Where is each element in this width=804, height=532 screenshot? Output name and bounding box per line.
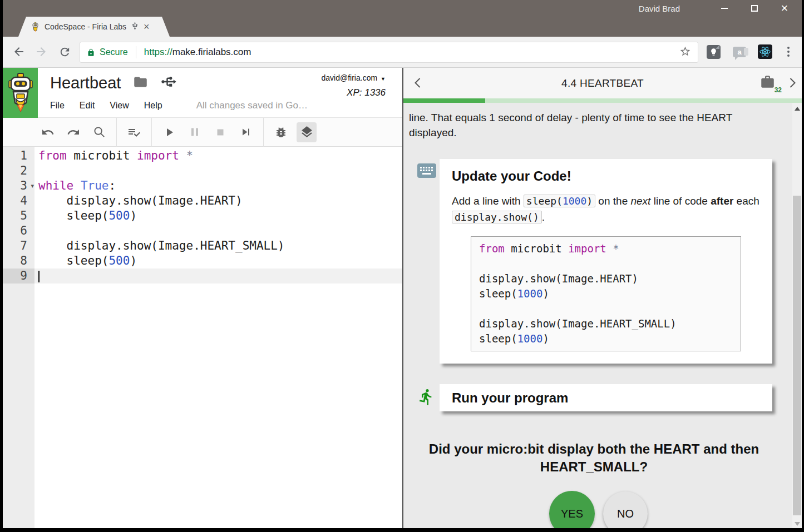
account-menu[interactable]: david@firia.com▼ xyxy=(322,73,386,82)
step-button[interactable] xyxy=(239,126,253,139)
usb-connect-icon[interactable] xyxy=(160,73,177,92)
maximize-icon xyxy=(751,5,758,12)
next-lesson-button[interactable] xyxy=(785,76,800,90)
code-text[interactable] xyxy=(34,269,402,284)
code-text[interactable]: from microbit import * xyxy=(34,148,402,163)
minimize-button[interactable] xyxy=(712,0,737,17)
app-header: Heartbeat File Edit View Help All ch xyxy=(3,68,402,118)
code-text[interactable]: sleep(500) xyxy=(34,208,402,223)
play-button[interactable] xyxy=(162,126,176,139)
three-dots-icon xyxy=(787,47,790,57)
xp-counter: XP: 1336 xyxy=(322,87,386,98)
lesson-code-snippet: from microbit import * display.show(Imag… xyxy=(471,236,741,351)
editor-line[interactable]: 6 xyxy=(3,223,402,238)
pause-button[interactable] xyxy=(188,126,201,139)
tab-close-icon[interactable]: × xyxy=(144,22,150,31)
lesson-progress-bar xyxy=(403,98,802,103)
layers-button[interactable] xyxy=(297,122,317,142)
refresh-button[interactable] xyxy=(56,43,73,60)
react-devtools-button[interactable] xyxy=(757,44,773,59)
editor-line[interactable]: 9 xyxy=(3,269,402,284)
editor-line[interactable]: 5 sleep(500) xyxy=(3,208,402,223)
tab-title: CodeSpace - Firia Labs xyxy=(45,22,126,31)
favicon-robot-icon xyxy=(31,22,40,32)
editor-line[interactable]: 8 sleep(500) xyxy=(3,253,402,269)
menu-view[interactable]: View xyxy=(110,101,129,111)
code-text[interactable]: display.show(Image.HEART_SMALL) xyxy=(34,238,402,253)
folder-icon[interactable] xyxy=(133,74,148,92)
yes-button[interactable]: YES xyxy=(549,491,595,528)
browser-profile-name[interactable]: David Brad xyxy=(639,4,680,13)
translate-chat-icon: a xyxy=(733,47,746,57)
lesson-question: Did your micro:bit display both the HEAR… xyxy=(413,440,775,476)
text-cursor xyxy=(38,271,40,282)
code-line: display.show(Image.HEART) xyxy=(479,271,733,286)
redo-button[interactable] xyxy=(67,126,80,139)
tab-strip: CodeSpace - Firia Labs × xyxy=(3,17,802,37)
toolbox-badge: 32 xyxy=(775,86,782,94)
bookmark-star-icon[interactable] xyxy=(679,46,691,59)
maximize-button[interactable] xyxy=(742,0,767,17)
lesson-title: 4.4 HEARTBEAT xyxy=(403,77,802,90)
translate-extension-button[interactable]: a xyxy=(732,44,747,59)
back-button[interactable] xyxy=(11,43,27,60)
run-checks-button[interactable] xyxy=(127,126,141,139)
update-card-title: Update your Code! xyxy=(452,168,760,184)
inline-code-chip: display.show() xyxy=(452,211,542,223)
code-text[interactable]: while True: xyxy=(34,178,402,193)
lesson-scrollbar[interactable] xyxy=(792,103,802,528)
browser-menu-button[interactable] xyxy=(781,44,796,59)
code-line: display.show(Image.HEART_SMALL) xyxy=(479,316,733,331)
search-button[interactable] xyxy=(92,126,106,139)
menu-file[interactable]: File xyxy=(50,101,65,111)
toolbox-button[interactable]: 32 xyxy=(760,74,775,92)
browser-window: David Brad × CodeSpace - Firia Labs × xyxy=(3,0,802,528)
line-number: 5 xyxy=(3,208,34,223)
editor-line[interactable]: 3▾while True: xyxy=(3,178,402,193)
update-card-instructions: Add a line with sleep(1000) on the next … xyxy=(452,193,760,225)
line-number: 3▾ xyxy=(3,178,34,193)
scroll-up-button[interactable] xyxy=(792,104,802,113)
menu-help[interactable]: Help xyxy=(144,101,162,111)
keep-lightbulb-icon xyxy=(707,45,721,59)
fold-caret-icon[interactable]: ▾ xyxy=(31,178,34,193)
editor-line[interactable]: 7 display.show(Image.HEART_SMALL) xyxy=(3,238,402,253)
browser-toolbar: Secure https://make.firialabs.com a xyxy=(3,37,802,68)
menu-edit[interactable]: Edit xyxy=(80,101,95,111)
keep-extension-button[interactable] xyxy=(706,44,721,59)
browser-tab[interactable]: CodeSpace - Firia Labs × xyxy=(18,17,170,37)
editor-line[interactable]: 4 display.show(Image.HEART) xyxy=(3,193,402,208)
runner-icon xyxy=(417,387,435,409)
line-number: 9 xyxy=(3,269,34,284)
forward-button[interactable] xyxy=(33,43,50,60)
update-code-card-wrap: Update your Code! Add a line with sleep(… xyxy=(440,159,772,364)
secure-lock-icon xyxy=(87,48,95,57)
line-number: 4 xyxy=(3,193,34,208)
line-number: 8 xyxy=(3,253,34,269)
editor-line[interactable]: 1from microbit import * xyxy=(3,148,402,163)
main-area: Heartbeat File Edit View Help All ch xyxy=(3,68,802,528)
code-text[interactable]: display.show(Image.HEART) xyxy=(34,193,402,208)
code-text[interactable] xyxy=(34,223,402,238)
undo-button[interactable] xyxy=(41,126,55,139)
chevron-down-icon: ▼ xyxy=(381,76,386,82)
omnibox-divider xyxy=(136,46,136,58)
editor-line[interactable]: 2 xyxy=(3,163,402,178)
save-status: All changes saved in Go… xyxy=(196,100,308,111)
lesson-header: 4.4 HEARTBEAT 32 xyxy=(403,68,802,98)
address-bar[interactable]: Secure https://make.firialabs.com xyxy=(80,42,698,63)
line-number: 2 xyxy=(3,163,34,178)
scrollbar-thumb[interactable] xyxy=(793,196,801,515)
stop-button[interactable] xyxy=(214,126,227,139)
scroll-down-button[interactable] xyxy=(792,519,802,528)
close-button[interactable]: × xyxy=(772,0,797,17)
url-text: https://make.firialabs.com xyxy=(144,47,251,58)
briefcase-icon xyxy=(760,74,775,90)
code-text[interactable] xyxy=(34,163,402,178)
code-text[interactable]: sleep(500) xyxy=(34,253,402,269)
code-editor[interactable]: 1from microbit import *23▾while True:4 d… xyxy=(3,147,402,528)
code-line xyxy=(479,256,733,271)
debug-button[interactable] xyxy=(274,126,288,139)
no-button[interactable]: NO xyxy=(603,491,648,528)
project-title[interactable]: Heartbeat xyxy=(50,74,121,92)
